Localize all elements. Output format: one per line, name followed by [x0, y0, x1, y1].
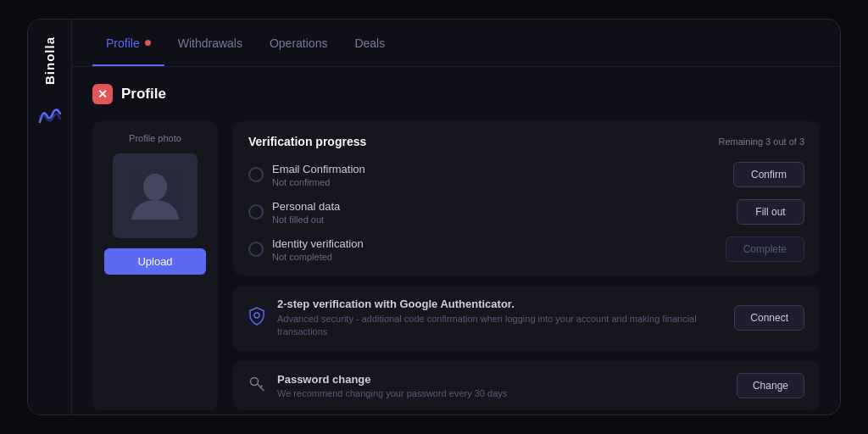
profile-title: Profile [121, 86, 166, 103]
verification-row-identity: Identity verification Not completed Comp… [248, 236, 804, 262]
tab-operations[interactable]: Operations [256, 19, 341, 66]
vrow-identity-sub: Not completed [272, 252, 364, 262]
tab-profile-label: Profile [106, 36, 140, 50]
password-description: We recommend changing your password ever… [277, 388, 725, 398]
vrow-personal-title: Personal data [272, 200, 340, 213]
vrow-personal-sub: Not filled out [272, 214, 340, 225]
tab-deals[interactable]: Deals [341, 19, 398, 66]
shield-icon [248, 307, 265, 330]
tab-profile[interactable]: Profile [92, 19, 164, 66]
right-panel: Verification progress Remaining 3 out of… [233, 121, 820, 410]
verification-rows: Email Confirmation Not confirmed Confirm [248, 162, 804, 262]
sidebar: Binolla [28, 19, 72, 415]
profile-header: ✕ Profile [92, 84, 820, 104]
change-password-button[interactable]: Change [737, 373, 804, 398]
connect-twostep-button[interactable]: Connect [734, 305, 804, 331]
password-title: Password change [277, 373, 725, 386]
svg-point-0 [143, 174, 167, 201]
vrow-personal-circle [248, 204, 264, 220]
tabs-bar: Profile Withdrawals Operations Deals [72, 19, 840, 67]
verification-row-email: Email Confirmation Not confirmed Confirm [248, 162, 804, 187]
main-content: Profile Withdrawals Operations Deals ✕ P… [72, 19, 840, 415]
verification-title: Verification progress [248, 135, 366, 148]
twostep-title: 2-step verification with Google Authenti… [277, 298, 722, 310]
vrow-email-left: Email Confirmation Not confirmed [248, 163, 365, 187]
key-icon [248, 375, 265, 396]
avatar-placeholder [113, 153, 198, 238]
fill-out-button[interactable]: Fill out [737, 199, 804, 225]
tab-withdrawals[interactable]: Withdrawals [164, 19, 256, 66]
tab-operations-label: Operations [270, 36, 327, 50]
app-logo: Binolla [42, 36, 57, 85]
tab-withdrawals-label: Withdrawals [178, 36, 242, 50]
complete-identity-button[interactable]: Complete [726, 236, 804, 262]
vrow-email-info: Email Confirmation Not confirmed [272, 163, 365, 187]
verification-row-personal: Personal data Not filled out Fill out [248, 199, 804, 225]
vrow-personal-left: Personal data Not filled out [248, 200, 340, 225]
vrow-personal-info: Personal data Not filled out [272, 200, 340, 225]
twostep-description: Advanced security - additional code conf… [277, 313, 722, 339]
body-grid: Profile photo Upload Verification p [92, 121, 820, 410]
confirm-email-button[interactable]: Confirm [733, 162, 804, 187]
tab-profile-dot [145, 40, 151, 46]
svg-point-1 [254, 313, 259, 318]
twostep-info: 2-step verification with Google Authenti… [277, 298, 722, 339]
photo-label: Profile photo [129, 133, 181, 143]
remaining-text: Remaining 3 out of 3 [718, 136, 804, 147]
photo-card: Profile photo Upload [92, 121, 218, 410]
vrow-email-title: Email Confirmation [272, 163, 365, 175]
vrow-identity-circle [248, 242, 264, 257]
vrow-identity-left: Identity verification Not completed [248, 237, 364, 262]
password-card: Password change We recommend changing yo… [233, 361, 820, 410]
page-content: ✕ Profile Profile photo Upload [72, 67, 840, 415]
app-container: Binolla Profile Withdrawals Operations D… [27, 19, 841, 415]
verification-header: Verification progress Remaining 3 out of… [248, 135, 804, 148]
profile-header-icon: ✕ [92, 84, 113, 104]
tab-deals-label: Deals [354, 36, 385, 50]
password-info: Password change We recommend changing yo… [277, 373, 725, 398]
upload-photo-button[interactable]: Upload [104, 248, 206, 275]
vrow-identity-title: Identity verification [272, 237, 364, 250]
avatar-silhouette [125, 166, 185, 225]
verification-card: Verification progress Remaining 3 out of… [233, 121, 820, 275]
twostep-card: 2-step verification with Google Authenti… [233, 286, 820, 351]
vrow-email-circle [248, 167, 264, 182]
vrow-email-sub: Not confirmed [272, 177, 365, 187]
vrow-identity-info: Identity verification Not completed [272, 237, 364, 262]
sidebar-brand-icon [38, 105, 62, 129]
